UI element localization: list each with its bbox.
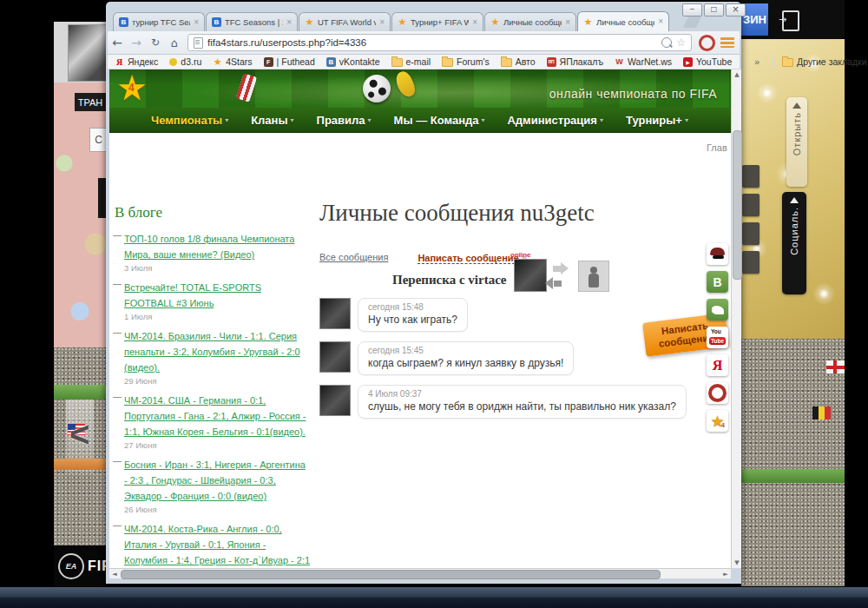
forward-icon[interactable] [127,36,146,50]
bookmarks-overflow-chevron[interactable]: » [754,56,760,67]
tab-close-icon[interactable] [194,18,199,27]
tab-close-icon[interactable] [658,17,663,26]
social-side-tab[interactable]: Социаль. [782,192,806,294]
scrollbar-thumb[interactable] [733,130,742,280]
chrome-menu-icon[interactable] [720,37,734,48]
browser-tab[interactable]: TFC Seasons | 146 [206,12,298,31]
other-bookmarks-folder[interactable]: Другие закладки [773,55,868,69]
avatar[interactable] [319,385,351,416]
twitter-icon[interactable] [707,299,728,321]
cap-icon[interactable] [707,243,728,265]
blog-post-link[interactable]: ТОП-10 голов 1/8 финала Чемпионата Мира,… [124,234,294,260]
triangle-up-icon [792,102,801,109]
star-icon [213,57,222,67]
browser-tab[interactable]: Личные сообщен [484,12,576,31]
write-message-link[interactable]: Написать сообщение [418,253,518,264]
menu-grid-tiles[interactable] [742,165,761,274]
maximize-button[interactable] [704,3,724,17]
reload-icon[interactable] [146,36,165,49]
scroll-right-icon[interactable] [720,569,731,579]
blog-post-date: 27 Июня [124,440,311,450]
blog-post-link[interactable]: Босния - Иран - 3:1, Нигерия - Аргентина… [124,459,306,501]
avatar-self[interactable] [578,261,609,292]
fourstars-icon[interactable] [707,410,728,432]
tab-close-icon[interactable] [286,18,292,27]
nav-item-rules[interactable]: Правила [317,114,372,127]
blog-post-link[interactable]: Встречайте! TOTAL E-SPORTS FOOTBALL #3 И… [124,282,261,308]
vk-icon[interactable] [707,271,728,293]
avatar-virtace[interactable] [514,259,547,292]
close-button[interactable] [726,3,746,17]
browser-tab[interactable]: турнир TFC Seaso [113,12,205,31]
blog-post-link[interactable]: ЧМ-2014. Бразилия - Чили - 1:1. Серия пе… [124,331,300,373]
blog-post-link[interactable]: ЧМ-2014. Коста-Рика - Англия - 0:0, Итал… [124,524,310,566]
nav-item-team[interactable]: Мы — Команда [394,114,485,127]
nav-item-championships[interactable]: Чемпионаты [151,114,228,127]
scroll-left-icon[interactable] [109,569,120,579]
folder-icon [501,58,512,67]
minimize-button[interactable] [682,3,702,17]
background-window-left[interactable]: ТРАН С < EA FIF [54,22,106,586]
bookmark-folder[interactable]: Авто [501,56,536,67]
player-graphic [236,73,257,102]
all-messages-link[interactable]: Все сообщения [319,252,388,262]
nav-item-administration[interactable]: Администрация [507,114,602,127]
stadium-tier-band [741,469,845,483]
open-side-tab[interactable]: Открыть [786,97,807,187]
bookmark-item[interactable]: WarNet.ws [615,56,672,67]
message-list: сегодня 15:48 Ну что как играть? сегодня… [319,298,687,419]
browser-tab-active[interactable]: Личные сообщен [577,11,669,31]
bookmark-label: | Futhead [277,56,315,67]
vertical-scrollbar[interactable] [731,69,741,568]
tab-close-icon[interactable] [379,18,385,27]
transfers-button[interactable]: ТРАН [75,93,106,111]
scroll-down-icon[interactable] [732,558,742,568]
nav-item-clans[interactable]: Кланы [251,114,293,127]
bookmark-item[interactable]: d3.ru [169,56,201,67]
avatar[interactable] [319,341,351,373]
search-box-fragment[interactable]: С [89,128,106,152]
bookmark-item[interactable]: | Futhead [264,56,315,67]
blog-post-date: 29 Июня [124,376,311,386]
exit-icon[interactable] [782,10,799,31]
new-tab-button[interactable] [683,17,701,28]
address-bar[interactable]: fifa4stars.ru/userposts.php?id=4336 [187,34,692,51]
tab-favicon [305,17,314,27]
bookmark-item[interactable]: YouTube [683,56,732,67]
bookmark-item[interactable]: Яндекс [115,56,158,67]
d3-icon [169,58,177,66]
blog-post-date: 26 Июня [124,505,311,514]
search-icon[interactable] [661,37,672,48]
bookmark-item[interactable]: vKontakte [326,56,380,67]
tab-favicon [490,17,500,27]
bookmark-star-icon[interactable] [676,36,686,49]
lifebuoy-icon[interactable] [707,382,728,404]
scrollbar-thumb[interactable] [121,570,661,579]
scroll-up-icon[interactable] [732,69,742,80]
horizontal-scrollbar[interactable] [109,568,731,578]
bookmark-item[interactable]: 4Stars [213,56,252,67]
avatar[interactable] [319,298,351,329]
background-window-game[interactable]: ЗИН Открыть Социаль. [741,0,845,586]
nav-item-tournaments[interactable]: Турниры+ [626,114,688,127]
yandex-icon[interactable] [707,354,728,376]
bookmark-folder[interactable]: e-mail [391,56,431,67]
tab-label: Турнир+ FIFA Wo [411,17,469,27]
message-bubble: сегодня 15:48 Ну что как играть? [358,298,468,332]
blog-post-link[interactable]: ЧМ-2014. США - Германия - 0:1, Португали… [124,395,306,437]
browser-tab[interactable]: Турнир+ FIFA Wo [391,12,483,31]
youtube-icon[interactable] [707,327,728,348]
breadcrumb[interactable]: Глав [707,142,727,153]
extension-icon[interactable] [699,35,715,51]
bookmark-folder[interactable]: Forum's [442,56,490,67]
carousel-prev-icon[interactable]: < [69,415,92,455]
stadium-crowd-image: < [54,347,106,545]
back-icon[interactable] [108,36,127,50]
home-icon[interactable] [165,36,184,50]
tab-close-icon[interactable] [565,18,570,27]
browser-tab[interactable]: UT FIFA World vs L [299,12,391,31]
bookmark-item[interactable]: ЯПлакалъ [547,56,603,67]
taskbar: Личные сообще... Диспетчер задач ... Дру… [0,586,868,608]
tab-close-icon[interactable] [472,18,477,27]
url-text: fifa4stars.ru/userposts.php?id=4336 [207,37,657,48]
